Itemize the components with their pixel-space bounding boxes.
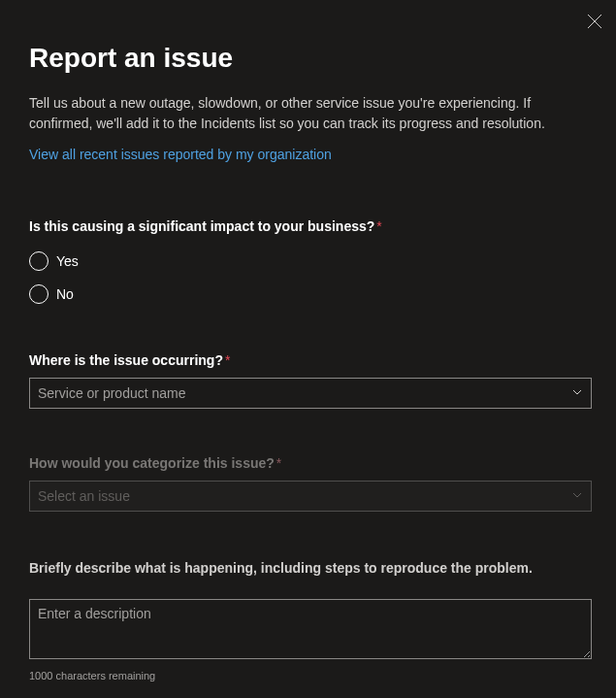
impact-radio-yes[interactable]: Yes: [29, 251, 587, 271]
category-group: How would you categorize this issue?* Se…: [29, 455, 587, 512]
location-label: Where is the issue occurring?: [29, 352, 223, 368]
radio-label-yes: Yes: [56, 253, 79, 269]
view-recent-issues-link[interactable]: View all recent issues reported by my or…: [29, 147, 332, 162]
required-marker: *: [376, 218, 381, 234]
location-group: Where is the issue occurring?* Service o…: [29, 352, 587, 409]
category-select: Select an issue: [29, 481, 592, 512]
report-issue-panel: Report an issue Tell us about a new outa…: [0, 0, 616, 698]
chevron-down-icon: [571, 385, 583, 401]
location-placeholder: Service or product name: [38, 385, 186, 401]
page-description: Tell us about a new outage, slowdown, or…: [29, 93, 577, 133]
required-marker: *: [276, 455, 281, 471]
close-icon[interactable]: [587, 14, 602, 29]
character-counter: 1000 characters remaining: [29, 670, 587, 681]
impact-radio-no[interactable]: No: [29, 284, 587, 304]
required-marker: *: [225, 352, 230, 368]
description-group: Briefly describe what is happening, incl…: [29, 560, 587, 681]
category-label: How would you categorize this issue?: [29, 455, 275, 471]
radio-icon: [29, 284, 49, 304]
radio-label-no: No: [56, 286, 74, 302]
description-label: Briefly describe what is happening, incl…: [29, 560, 587, 576]
location-select[interactable]: Service or product name: [29, 378, 592, 409]
description-textarea[interactable]: [29, 599, 592, 659]
chevron-down-icon: [571, 488, 583, 504]
radio-icon: [29, 251, 49, 271]
page-title: Report an issue: [29, 41, 587, 76]
impact-group: Is this causing a significant impact to …: [29, 218, 587, 304]
category-placeholder: Select an issue: [38, 488, 130, 504]
impact-label: Is this causing a significant impact to …: [29, 218, 374, 234]
